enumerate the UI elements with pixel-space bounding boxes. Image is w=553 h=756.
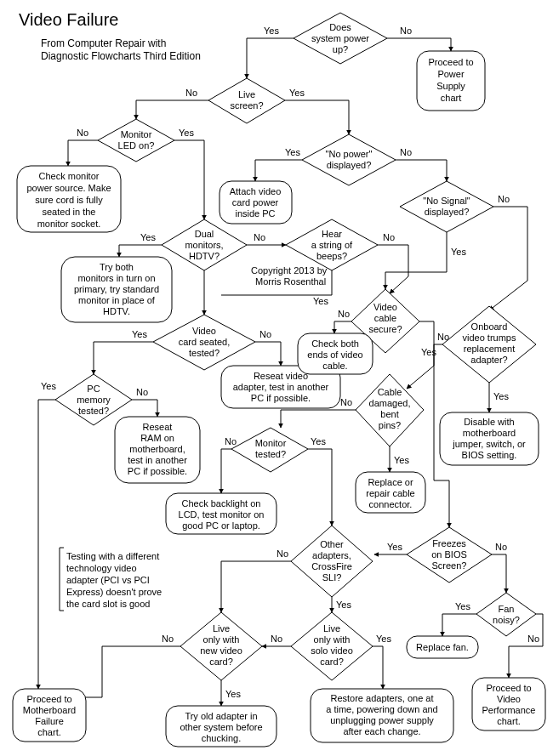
edge [255, 342, 281, 366]
svg-text:replacement: replacement [464, 344, 516, 354]
svg-text:No: No [77, 128, 88, 138]
svg-text:sure cord is fully: sure cord is fully [35, 195, 103, 205]
svg-text:Motherboard: Motherboard [23, 705, 76, 715]
svg-text:No: No [185, 88, 197, 98]
svg-text:Yes: Yes [179, 128, 194, 138]
edge [442, 614, 476, 636]
svg-text:Video: Video [497, 694, 521, 704]
svg-text:card power: card power [232, 197, 279, 207]
note-l5: the card slot is good [66, 599, 150, 609]
page-title: Video Failure [19, 10, 118, 29]
svg-text:No: No [276, 549, 288, 559]
svg-text:No: No [495, 542, 507, 552]
edge [281, 410, 356, 428]
svg-text:primary, try standard: primary, try standard [74, 284, 159, 294]
svg-text:ends of video: ends of video [307, 350, 362, 360]
svg-text:Screen?: Screen? [432, 560, 467, 571]
svg-text:pins?: pins? [379, 420, 401, 430]
svg-text:Check backlight on: Check backlight on [182, 498, 261, 509]
svg-text:No: No [254, 232, 265, 242]
svg-text:No: No [271, 634, 282, 644]
svg-text:Proceed to: Proceed to [428, 57, 473, 67]
svg-text:Video: Video [373, 302, 397, 312]
svg-text:jumper, switch, or: jumper, switch, or [452, 439, 526, 449]
svg-text:power source. Make: power source. Make [26, 183, 111, 193]
edge [489, 207, 527, 310]
svg-text:noisy?: noisy? [493, 615, 520, 625]
note-l4: Express) doesn't prove [66, 587, 162, 597]
svg-text:video trumps: video trumps [463, 333, 516, 343]
copyright-l1: Copyright 2013 by [251, 265, 328, 276]
svg-text:Attach video: Attach video [230, 186, 282, 196]
svg-text:a string of: a string of [311, 240, 353, 250]
edge [136, 100, 208, 119]
svg-text:No: No [162, 634, 174, 644]
svg-text:Performance: Performance [482, 705, 536, 715]
copyright-l2: Morris Rosenthal [255, 276, 326, 287]
svg-text:Live: Live [213, 623, 230, 634]
svg-text:adapter?: adapter? [470, 355, 507, 365]
svg-text:Live: Live [238, 89, 255, 99]
svg-text:only with: only with [203, 634, 240, 645]
svg-text:Yes: Yes [140, 232, 156, 242]
svg-text:Yes: Yes [336, 600, 351, 610]
svg-text:Does: Does [329, 22, 351, 32]
svg-text:unplugging power supply: unplugging power supply [330, 715, 434, 725]
svg-text:No: No [136, 387, 148, 397]
svg-text:Yes: Yes [132, 329, 147, 339]
svg-text:No: No [383, 232, 395, 242]
svg-text:Yes: Yes [225, 689, 241, 699]
edge [247, 38, 294, 78]
edge [38, 400, 55, 689]
subtitle-l2: Diagnostic Flowcharts Third Edition [41, 50, 201, 62]
svg-text:monitors,: monitors, [185, 240, 223, 250]
edge [132, 400, 157, 417]
svg-text:LCD, test monitor on: LCD, test monitor on [179, 509, 265, 520]
svg-text:No: No [259, 329, 271, 339]
subtitle-l1: From Computer Repair with [41, 37, 166, 49]
svg-text:seated in the: seated in the [43, 207, 96, 217]
svg-text:Check both: Check both [311, 338, 359, 349]
svg-text:PC: PC [87, 384, 100, 394]
svg-text:Proceed to: Proceed to [26, 694, 71, 704]
svg-text:Hear: Hear [322, 229, 342, 239]
svg-text:No: No [400, 26, 412, 36]
note-l2: technology video [66, 563, 137, 573]
svg-text:Power: Power [437, 69, 465, 79]
svg-text:Freezes: Freezes [432, 538, 466, 549]
edge [75, 646, 180, 697]
svg-text:No: No [338, 309, 350, 319]
svg-text:Proceed to: Proceed to [486, 683, 531, 693]
svg-text:Supply: Supply [436, 81, 465, 91]
svg-text:Yes: Yes [313, 296, 328, 306]
svg-text:cable.: cable. [322, 361, 347, 371]
svg-text:new video: new video [200, 645, 242, 656]
svg-text:Yes: Yes [376, 634, 391, 644]
svg-text:Live: Live [323, 623, 340, 634]
svg-text:Dual: Dual [195, 229, 214, 239]
svg-text:on BIOS: on BIOS [431, 549, 467, 560]
svg-text:Yes: Yes [387, 542, 402, 552]
svg-text:No: No [527, 634, 539, 644]
svg-text:cable: cable [374, 313, 396, 323]
svg-text:Fan: Fan [499, 604, 515, 614]
svg-text:chart.: chart. [37, 727, 61, 737]
svg-text:chucking.: chucking. [202, 733, 241, 743]
svg-text:Yes: Yes [421, 347, 436, 357]
svg-text:test in another: test in another [128, 455, 187, 465]
edge [373, 646, 383, 689]
edge [68, 140, 98, 166]
svg-text:Replace or: Replace or [368, 477, 413, 487]
svg-text:adapter, test in another: adapter, test in another [233, 382, 329, 392]
svg-text:Reseat: Reseat [143, 422, 173, 432]
svg-text:HDTV.: HDTV. [103, 306, 130, 316]
svg-text:Yes: Yes [311, 436, 326, 446]
svg-text:motherboard: motherboard [463, 428, 516, 438]
edge [492, 554, 506, 593]
svg-text:displayed?: displayed? [425, 207, 470, 217]
svg-text:Yes: Yes [455, 601, 470, 611]
svg-text:Try both: Try both [100, 262, 134, 272]
svg-text:chart.: chart. [497, 716, 521, 726]
svg-text:HDTV?: HDTV? [189, 251, 219, 261]
svg-text:Yes: Yes [493, 391, 509, 401]
